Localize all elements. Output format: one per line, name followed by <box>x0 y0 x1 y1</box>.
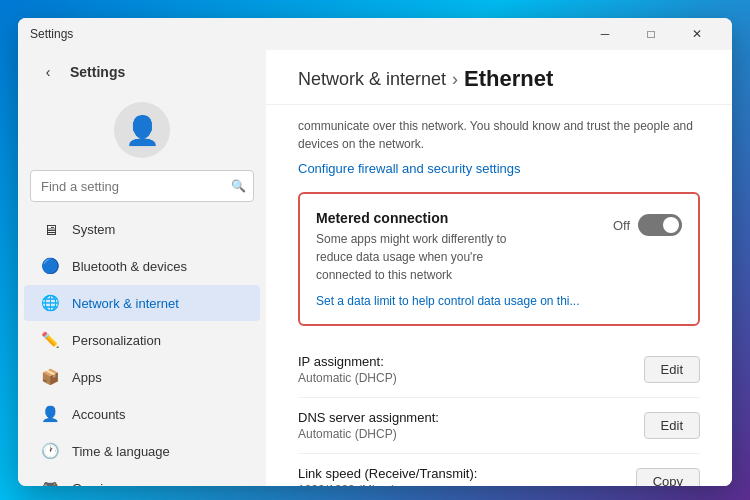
avatar[interactable]: 👤 <box>114 102 170 158</box>
detail-rows: IP assignment: Automatic (DHCP) Edit DNS… <box>298 342 700 486</box>
toggle-label: Off <box>613 218 630 233</box>
network-icon: 🌐 <box>40 293 60 313</box>
sidebar-item-gaming[interactable]: 🎮 Gaming <box>24 470 260 486</box>
sidebar-item-system[interactable]: 🖥 System <box>24 211 260 247</box>
detail-label-2: Link speed (Receive/Transmit): 1000/1000… <box>298 466 477 486</box>
main-body: communicate over this network. You shoul… <box>266 105 732 486</box>
sidebar-item-time[interactable]: 🕐 Time & language <box>24 433 260 469</box>
metered-title: Metered connection <box>316 210 597 226</box>
sidebar-item-apps[interactable]: 📦 Apps <box>24 359 260 395</box>
search-box: 🔍 <box>30 170 254 202</box>
sidebar-header: ‹ Settings <box>18 50 266 90</box>
sidebar-title: Settings <box>70 64 125 80</box>
personalization-icon: ✏️ <box>40 330 60 350</box>
nav-list: 🖥 System 🔵 Bluetooth & devices 🌐 Network… <box>18 210 266 486</box>
minimize-button[interactable]: ─ <box>582 18 628 50</box>
apps-icon: 📦 <box>40 367 60 387</box>
detail-btn-0[interactable]: Edit <box>644 356 700 383</box>
metered-description: Some apps might work differently to redu… <box>316 230 536 284</box>
time-icon: 🕐 <box>40 441 60 461</box>
info-text: communicate over this network. You shoul… <box>298 117 700 153</box>
sidebar-label-personalization: Personalization <box>72 333 161 348</box>
metered-toggle[interactable] <box>638 214 682 236</box>
sidebar-label-accounts: Accounts <box>72 407 125 422</box>
sidebar-item-bluetooth[interactable]: 🔵 Bluetooth & devices <box>24 248 260 284</box>
content-area: ‹ Settings 👤 🔍 🖥 System 🔵 Bluetooth & de… <box>18 50 732 486</box>
firewall-link[interactable]: Configure firewall and security settings <box>298 161 700 176</box>
accounts-icon: 👤 <box>40 404 60 424</box>
window-controls: ─ □ ✕ <box>582 18 720 50</box>
sidebar-label-system: System <box>72 222 115 237</box>
detail-row-0: IP assignment: Automatic (DHCP) Edit <box>298 342 700 398</box>
detail-btn-2[interactable]: Copy <box>636 468 700 486</box>
close-button[interactable]: ✕ <box>674 18 720 50</box>
toggle-area: Off <box>613 214 682 236</box>
titlebar: Settings ─ □ ✕ <box>18 18 732 50</box>
search-input[interactable] <box>30 170 254 202</box>
breadcrumb-separator: › <box>452 69 458 90</box>
card-row: Metered connection Some apps might work … <box>316 210 682 284</box>
sidebar-label-bluetooth: Bluetooth & devices <box>72 259 187 274</box>
metered-connection-card: Metered connection Some apps might work … <box>298 192 700 326</box>
sidebar-label-network: Network & internet <box>72 296 179 311</box>
card-text: Metered connection Some apps might work … <box>316 210 597 284</box>
avatar-area: 👤 <box>18 90 266 166</box>
sidebar-label-time: Time & language <box>72 444 170 459</box>
detail-label-0: IP assignment: Automatic (DHCP) <box>298 354 397 385</box>
maximize-button[interactable]: □ <box>628 18 674 50</box>
detail-label-1: DNS server assignment: Automatic (DHCP) <box>298 410 439 441</box>
settings-window: Settings ─ □ ✕ ‹ Settings 👤 🔍 🖥 <box>18 18 732 486</box>
sidebar-item-network[interactable]: 🌐 Network & internet <box>24 285 260 321</box>
sidebar-item-personalization[interactable]: ✏️ Personalization <box>24 322 260 358</box>
window-title: Settings <box>30 27 582 41</box>
breadcrumb-current: Ethernet <box>464 66 553 92</box>
sidebar: ‹ Settings 👤 🔍 🖥 System 🔵 Bluetooth & de… <box>18 50 266 486</box>
system-icon: 🖥 <box>40 219 60 239</box>
data-limit-link[interactable]: Set a data limit to help control data us… <box>316 294 682 308</box>
breadcrumb-parent: Network & internet <box>298 69 446 90</box>
detail-btn-1[interactable]: Edit <box>644 412 700 439</box>
avatar-icon: 👤 <box>125 114 160 147</box>
gaming-icon: 🎮 <box>40 478 60 486</box>
bluetooth-icon: 🔵 <box>40 256 60 276</box>
main-header: Network & internet › Ethernet <box>266 50 732 105</box>
sidebar-label-gaming: Gaming <box>72 481 118 487</box>
sidebar-label-apps: Apps <box>72 370 102 385</box>
breadcrumb: Network & internet › Ethernet <box>298 66 700 92</box>
toggle-thumb <box>663 217 679 233</box>
main-content: Network & internet › Ethernet communicat… <box>266 50 732 486</box>
sidebar-item-accounts[interactable]: 👤 Accounts <box>24 396 260 432</box>
back-button[interactable]: ‹ <box>34 58 62 86</box>
detail-row-2: Link speed (Receive/Transmit): 1000/1000… <box>298 454 700 486</box>
detail-row-1: DNS server assignment: Automatic (DHCP) … <box>298 398 700 454</box>
search-icon: 🔍 <box>231 179 246 193</box>
